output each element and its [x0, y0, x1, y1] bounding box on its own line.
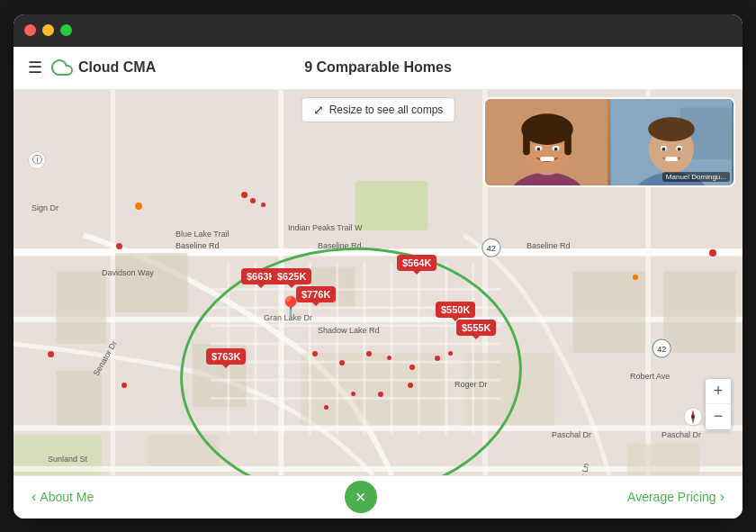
svg-rect-64: [665, 157, 677, 161]
svg-point-62: [662, 147, 665, 150]
svg-point-53: [554, 147, 558, 150]
video-right: Manuel Domingu...: [609, 99, 734, 185]
map-dot-8: [339, 360, 345, 365]
zoom-controls: + −: [705, 378, 732, 430]
svg-rect-49: [564, 129, 572, 155]
logo-area: Cloud CMA: [51, 57, 156, 78]
svg-rect-21: [627, 443, 700, 474]
map-dot-1: [241, 192, 248, 198]
menu-icon[interactable]: ☰: [28, 58, 42, 77]
zoom-in-button[interactable]: +: [706, 379, 731, 404]
logo-text: Cloud CMA: [78, 59, 156, 76]
resize-button[interactable]: ⤢ Resize to see all comps: [302, 97, 455, 122]
header-title: 9 Comparable Homes: [304, 59, 452, 76]
prev-nav-link[interactable]: ‹ About Me: [32, 489, 94, 505]
svg-point-52: [536, 147, 540, 150]
traffic-lights: [24, 24, 72, 36]
svg-text:42: 42: [487, 244, 496, 253]
road-label-robert: Robert Ave: [630, 372, 670, 381]
maximize-traffic-light[interactable]: [60, 24, 72, 36]
road-label-baseline-3: Baseline Rd: [526, 241, 571, 250]
map-dot-3: [261, 203, 266, 207]
svg-rect-18: [573, 271, 646, 353]
map-dot-14: [378, 392, 383, 397]
price-marker-564k[interactable]: $564K: [397, 255, 436, 271]
titlebar: [14, 14, 742, 47]
app-window: ☰ Cloud CMA 9 Comparable Homes: [14, 14, 742, 518]
road-label-paschal-1: Paschal Dr: [552, 430, 591, 439]
resize-label: Resize to see all comps: [329, 104, 444, 116]
road-label-paschal-2: Paschal Dr: [662, 430, 701, 439]
svg-rect-1: [356, 180, 428, 230]
close-button[interactable]: ×: [345, 481, 377, 513]
svg-point-66: [691, 415, 695, 419]
map-dot-10: [387, 356, 392, 360]
map-dot-9: [366, 351, 372, 356]
road-label-blue-lake: Blue Lake Trail: [176, 230, 230, 239]
next-nav-label: Average Pricing: [627, 490, 716, 504]
map-dot-13: [408, 383, 413, 388]
svg-rect-19: [663, 271, 736, 353]
map-dot-15: [351, 392, 356, 396]
map-dot-4: [116, 243, 122, 249]
map-dot-orange-4: [633, 275, 638, 280]
svg-rect-12: [115, 253, 188, 311]
next-nav-link[interactable]: Average Pricing ›: [627, 489, 724, 505]
price-marker-550k[interactable]: $550K: [436, 302, 475, 318]
close-icon: ×: [356, 487, 366, 508]
svg-point-59: [648, 117, 695, 141]
next-arrow-icon: ›: [720, 489, 724, 505]
info-icon[interactable]: ⓘ: [28, 151, 46, 169]
map-dot-11: [410, 365, 415, 370]
map-dot-17: [448, 351, 453, 356]
map-dot-16: [324, 405, 328, 410]
svg-rect-15: [56, 371, 101, 425]
svg-rect-54: [540, 157, 554, 161]
price-marker-555k[interactable]: $555K: [456, 320, 496, 336]
woman-avatar: [485, 99, 609, 185]
road-label-sunland: Sunland St: [48, 455, 87, 464]
road-label-baseline-1: Baseline Rd: [176, 241, 220, 250]
map-dot-12: [435, 356, 440, 361]
map-dot-5: [48, 351, 54, 357]
zoom-out-button[interactable]: −: [706, 404, 731, 429]
svg-rect-14: [56, 271, 105, 344]
map-dot-18: [709, 249, 716, 257]
svg-point-63: [678, 147, 681, 150]
minimize-traffic-light[interactable]: [42, 24, 54, 36]
prev-nav-label: About Me: [40, 490, 94, 504]
video-overlay: Manuel Domingu...: [483, 97, 735, 187]
cloud-logo-icon: [51, 57, 73, 78]
map-dot-7: [312, 351, 318, 356]
compass: [683, 407, 703, 430]
resize-icon: ⤢: [313, 103, 324, 117]
location-pin: 📍: [277, 295, 304, 320]
price-marker-763k[interactable]: $763K: [206, 348, 246, 365]
map-dot-orange-1: [135, 203, 142, 210]
map-container[interactable]: 42 42 ⓘ Baseline Rd Baseline Rd Baseline…: [14, 90, 742, 475]
svg-text:42: 42: [657, 345, 666, 354]
map-dot-6: [122, 383, 127, 388]
road-label-indian-peaks: Indian Peaks Trail W: [288, 223, 363, 232]
map-dot-2: [250, 198, 256, 203]
video-left: [485, 99, 609, 185]
price-marker-625k[interactable]: $625K: [272, 268, 311, 284]
video-badge: Manuel Domingu...: [662, 172, 730, 182]
prev-arrow-icon: ‹: [32, 489, 36, 505]
svg-rect-11: [111, 90, 115, 475]
road-label-sign-dr: Sign Dr: [32, 203, 58, 212]
road-label-davidson: Davidson Way: [102, 268, 154, 277]
app-header: ☰ Cloud CMA 9 Comparable Homes: [14, 47, 742, 90]
bottom-nav: ‹ About Me × Average Pricing ›: [14, 475, 742, 518]
svg-rect-48: [523, 129, 530, 155]
close-traffic-light[interactable]: [24, 24, 36, 36]
